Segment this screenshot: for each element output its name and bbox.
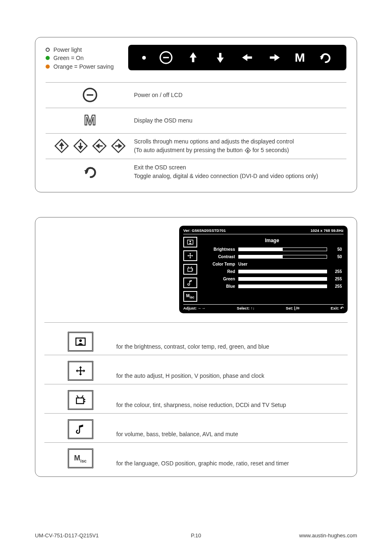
osd-param-red: Red 255 (202, 269, 342, 274)
exit-icon (318, 51, 332, 65)
legend-row-misc: Misc for the language, OSD position, gra… (44, 443, 348, 472)
row-power-desc: Power on / off LCD (134, 91, 182, 99)
right-icon (111, 138, 126, 154)
osd-param-blue: Blue 255 (202, 284, 342, 289)
osd-param-green: Green 255 (202, 277, 342, 281)
legend-row-position: for the auto adjust, H position, V posit… (44, 355, 348, 384)
row-scroll-desc: Scrolls through menu options and adjusts… (134, 137, 294, 155)
osd-card: Ver: G56SN20SSTD701 1024 x 768 59.8Hz Mi… (35, 217, 357, 477)
up-icon (186, 51, 200, 65)
osd-tab-position-icon (183, 250, 197, 261)
power-icon (82, 87, 98, 103)
image-tab-icon (68, 332, 93, 352)
misc-tab-icon: Misc (68, 449, 93, 468)
led-legend: Power light Green = On Orange = Power sa… (46, 45, 114, 71)
osd-hint-exit: Exit: ↶ (331, 306, 344, 311)
up-icon (54, 138, 69, 154)
right-icon (267, 51, 281, 65)
audio-tab-icon (68, 419, 93, 439)
osd-hint-select: Select: ↑↓ (237, 306, 254, 311)
row-exit-desc: Exit the OSD screen Toggle analog, digit… (134, 163, 318, 180)
row-exit: Exit the OSD screen Toggle analog, digit… (46, 159, 346, 185)
osd-param-brightness: Brightness 50 (202, 247, 342, 252)
led-orange-icon (46, 65, 50, 69)
tv-tab-icon (68, 390, 93, 410)
legend-power-light: Power light (53, 46, 82, 54)
osd-tab-tv-icon (183, 264, 197, 275)
row-menu-desc: Display the OSD menu (134, 116, 192, 125)
page-footer: UM-CV-751-D117-Q215V1 P.10 www.austin-hu… (35, 532, 357, 539)
osd-hint-adjust: Adjust: ←→ (183, 306, 205, 311)
osd-screenshot: Ver: G56SN20SSTD701 1024 x 768 59.8Hz Mi… (179, 226, 348, 313)
row-menu: Display the OSD menu (46, 108, 346, 134)
osd-tab-image-icon (183, 237, 197, 247)
power-icon (159, 51, 173, 65)
menu-m-icon (82, 113, 98, 128)
left-icon (92, 138, 107, 154)
legend-row-audio: for volume, bass, treble, balance, AVL a… (44, 414, 348, 443)
footer-page-number: P.10 (191, 532, 201, 539)
row-power: Power on / off LCD (46, 83, 346, 108)
led-green-icon (46, 56, 50, 60)
button-panel: M (128, 45, 346, 70)
osd-param-contrast: Contrast 50 (202, 254, 342, 259)
position-tab-icon (68, 361, 93, 381)
legend-row-tv: for the colour, tint, sharpness, noise r… (44, 384, 348, 414)
left-icon (240, 51, 254, 65)
footer-url: www.austin-hughes.com (299, 532, 357, 539)
osd-tab-audio-icon (183, 278, 197, 288)
legend-green-on: Green = On (53, 54, 84, 62)
controls-card: Power light Green = On Orange = Power sa… (35, 37, 357, 192)
osd-version: Ver: G56SN20SSTD701 (183, 228, 226, 233)
legend-orange-saving: Orange = Power saving (53, 62, 114, 71)
menu-m-icon: M (295, 51, 305, 65)
led-off-icon (46, 48, 50, 52)
row-scroll: Scrolls through menu options and adjusts… (46, 134, 346, 159)
legend-row-image: for the brightness, contrast, color temp… (44, 326, 348, 355)
footer-doc-id: UM-CV-751-D117-Q215V1 (35, 532, 99, 539)
osd-resolution: 1024 x 768 59.8Hz (311, 228, 344, 233)
panel-led-icon (142, 56, 146, 60)
exit-icon (82, 164, 98, 180)
down-icon (213, 51, 227, 65)
osd-section-title: Image (202, 238, 342, 243)
down-icon (244, 147, 251, 154)
osd-hint-set: Set: ⌊/⌗ (286, 306, 300, 311)
osd-tab-misc-icon: Misc (183, 291, 197, 302)
osd-param-colortemp: Color Temp User (202, 262, 342, 266)
top-section: Power light Green = On Orange = Power sa… (46, 45, 346, 83)
down-icon (73, 138, 88, 154)
